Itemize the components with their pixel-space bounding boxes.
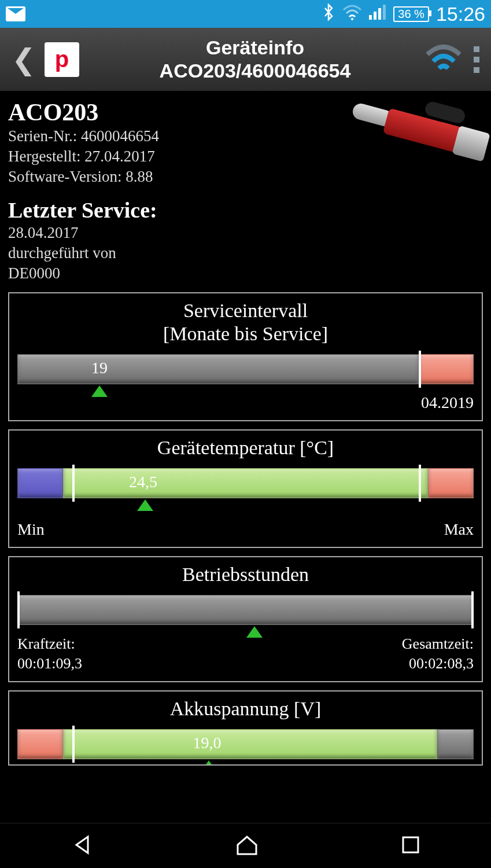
marker-icon [201,760,217,766]
tick-high [419,465,421,502]
interval-end-label: 04.2019 [421,393,474,412]
last-service-date: 28.04.2017 [8,223,483,243]
tick-low [72,726,75,763]
interval-value: 19 [91,359,108,377]
svg-rect-3 [378,8,381,20]
device-image [344,82,489,178]
hours-bar [17,595,474,628]
device-name: ACO203 [8,98,159,126]
panel-title: Gerätetemperatur [°C] [17,436,474,460]
nav-back-button[interactable] [72,834,93,858]
cell-signal-icon [369,5,386,24]
app-header: ❮ pp Geräteinfo ACO203/4600046654 [0,28,491,91]
panel-temperature: Gerätetemperatur [°C] 24,5 Min Max [8,429,483,548]
header-title-line2: ACO203/4600046654 [91,60,419,82]
tick-low [72,465,75,502]
panel-title: Akkuspannung [V] [17,697,474,721]
svg-rect-1 [369,15,372,20]
marker-icon [91,385,108,397]
interval-bar: 19 [17,354,474,388]
temperature-value: 24,5 [129,473,157,491]
panel-title: Serviceintervall [Monate bis Service] [17,299,474,347]
temp-max-label: Max [444,520,474,539]
device-software: Software-Version: 8.88 [8,167,159,187]
last-service-by-label: durchgeführt von [8,243,483,263]
kraftzeit-value: 00:01:09,3 [17,654,82,674]
panel-service-interval: Serviceintervall [Monate bis Service] 19… [8,292,483,422]
last-service-by: DE0000 [8,263,483,284]
system-nav-bar [0,823,491,868]
panel-battery-voltage: Akkuspannung [V] 19,0 [8,690,483,766]
connection-icon[interactable] [425,44,462,75]
device-serial: Serien-Nr.: 4600046654 [8,126,159,146]
wifi-icon [342,4,362,24]
tick-start [17,591,20,628]
kraftzeit-label: Kraftzeit: [17,634,82,654]
temp-min-label: Min [17,520,45,539]
header-title-line1: Geräteinfo [91,36,419,59]
nav-recents-button[interactable] [401,836,420,856]
content: ACO203 Serien-Nr.: 4600046654 Hergestell… [0,91,491,766]
nav-home-button[interactable] [235,834,259,858]
clock: 15:26 [436,3,485,25]
device-manufactured: Hergestellt: 27.04.2017 [8,146,159,167]
temperature-bar: 24,5 [17,468,474,510]
marker-icon [137,499,153,511]
device-info-block: ACO203 Serien-Nr.: 4600046654 Hergestell… [8,98,159,187]
svg-rect-4 [383,5,386,20]
header-title: Geräteinfo ACO203/4600046654 [91,36,419,82]
gesamtzeit-label: Gesamtzeit: [402,634,474,654]
overflow-menu-button[interactable] [474,46,479,73]
battery-indicator: 36 % [393,6,429,22]
tick-end [419,351,421,388]
app-logo-icon: pp [45,42,79,77]
svg-rect-2 [374,12,376,20]
panel-operating-hours: Betriebsstunden Kraftzeit: 00:01:09,3 Ge… [8,556,483,682]
svg-point-0 [351,18,353,20]
status-bar: 36 % 15:26 [0,0,491,28]
marker-icon [246,626,263,638]
voltage-value: 19,0 [193,734,221,752]
gesamtzeit-value: 00:02:08,3 [402,654,474,674]
bluetooth-icon [322,3,335,25]
voltage-bar: 19,0 [17,729,474,766]
mail-icon [6,6,25,21]
tick-end [471,591,474,628]
panel-title: Betriebsstunden [17,563,474,587]
last-service-heading: Letzter Service: [8,197,483,223]
svg-rect-5 [403,837,418,852]
back-button[interactable]: ❮ [12,43,36,76]
